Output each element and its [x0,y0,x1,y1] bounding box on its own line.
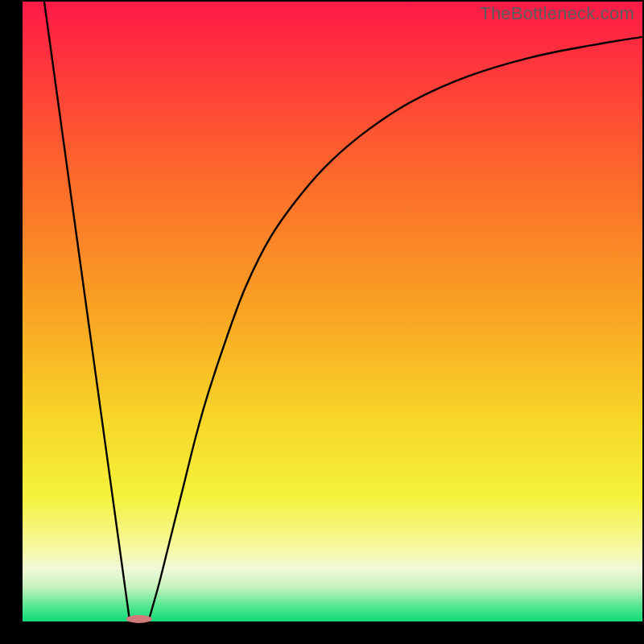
minimum-marker [126,615,152,623]
chart-frame: TheBottleneck.com [0,0,644,644]
plot-background [23,2,642,621]
watermark-text: TheBottleneck.com [480,3,634,24]
chart-canvas [0,0,644,644]
